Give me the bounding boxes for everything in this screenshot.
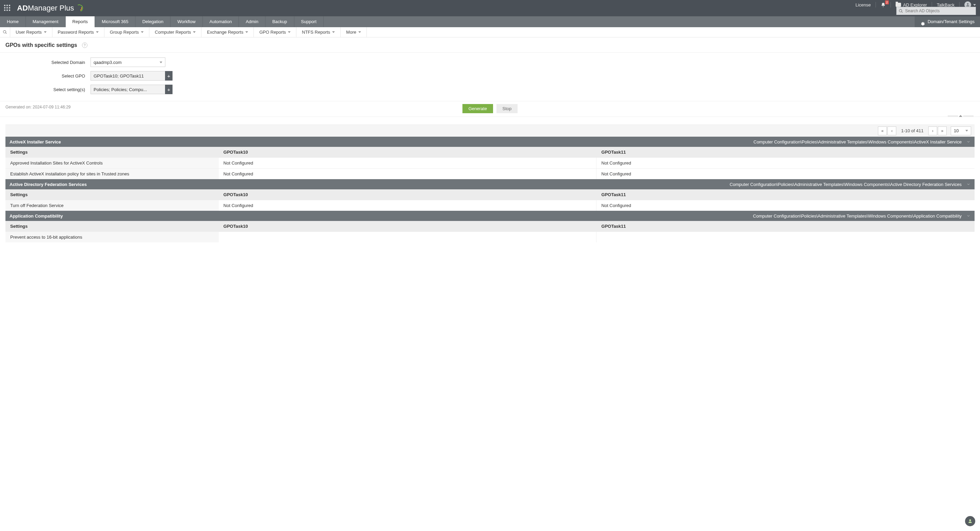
main-nav-tab-backup[interactable]: Backup bbox=[266, 16, 294, 27]
page-size-value: 10 bbox=[954, 128, 959, 133]
subnav-item-group-reports[interactable]: Group Reports bbox=[105, 27, 150, 37]
notification-badge: 2 bbox=[885, 0, 889, 5]
main-nav-tab-admin[interactable]: Admin bbox=[239, 16, 266, 27]
generate-button[interactable]: Generate bbox=[463, 104, 493, 113]
license-link[interactable]: License bbox=[856, 2, 871, 8]
subnav-item-computer-reports[interactable]: Computer Reports bbox=[150, 27, 202, 37]
brand-logo: ADManager Plus bbox=[17, 4, 83, 13]
add-gpo-button[interactable]: + bbox=[165, 71, 172, 81]
subnav-item-password-reports[interactable]: Password Reports bbox=[52, 27, 105, 37]
table-row: Approved Installation Sites for ActiveX … bbox=[5, 157, 975, 168]
selected-domain-select[interactable]: qaadmp3.com bbox=[91, 57, 165, 67]
setting-name-cell: Approved Installation Sites for ActiveX … bbox=[5, 158, 219, 168]
pagination-bar: « ‹ 1-10 of 411 › » 10 bbox=[5, 124, 975, 137]
main-nav-tab-microsoft-365[interactable]: Microsoft 365 bbox=[95, 16, 135, 27]
reports-subnav: User ReportsPassword ReportsGroup Report… bbox=[0, 27, 980, 37]
page-size-select[interactable]: 10 bbox=[951, 127, 971, 135]
global-search-input[interactable] bbox=[905, 8, 974, 13]
select-settings-value: Policies; Policies; Compu... bbox=[94, 87, 147, 92]
subnav-item-ntfs-reports[interactable]: NTFS Reports bbox=[296, 27, 340, 37]
subnav-item-exchange-reports[interactable]: Exchange Reports bbox=[202, 27, 254, 37]
col-gpo-b-header: GPOTask11 bbox=[597, 147, 975, 157]
pager-last-button[interactable]: » bbox=[938, 127, 947, 135]
main-nav-tab-reports[interactable]: Reports bbox=[66, 16, 95, 27]
table-row: Turn off Federation ServiceNot Configure… bbox=[5, 200, 975, 211]
caret-down-icon bbox=[245, 31, 248, 33]
subnav-item-label: NTFS Reports bbox=[302, 30, 330, 35]
gpo-a-value-cell bbox=[219, 232, 597, 243]
add-settings-button[interactable]: + bbox=[165, 85, 172, 94]
caret-down-icon bbox=[288, 31, 291, 33]
main-nav-tab-delegation[interactable]: Delegation bbox=[135, 16, 170, 27]
main-nav-tab-support[interactable]: Support bbox=[294, 16, 324, 27]
generated-on: Generated on: 2024-07-09 11:46:29 bbox=[5, 105, 71, 109]
brand-text-b: Manager bbox=[28, 4, 57, 12]
gpo-a-value-cell: Not Configured bbox=[219, 158, 597, 168]
subnav-item-gpo-reports[interactable]: GPO Reports bbox=[254, 27, 296, 37]
section-column-header: SettingsGPOTask10GPOTask11 bbox=[5, 189, 975, 200]
brand-text-a: AD bbox=[17, 4, 28, 12]
selected-domain-label: Selected Domain bbox=[5, 60, 91, 65]
main-nav-tab-workflow[interactable]: Workflow bbox=[170, 16, 202, 27]
subnav-item-more[interactable]: More bbox=[340, 27, 367, 37]
main-nav-tab-management[interactable]: Management bbox=[26, 16, 66, 27]
select-settings-input[interactable]: Policies; Policies; Compu... bbox=[91, 85, 165, 94]
col-settings-header: Settings bbox=[5, 221, 219, 231]
drag-lines-icon bbox=[948, 115, 958, 117]
section-header[interactable]: Active Directory Federation ServicesComp… bbox=[5, 179, 975, 189]
select-gpo-value: GPOTask10; GPOTask11 bbox=[94, 73, 143, 79]
stop-button[interactable]: Stop bbox=[496, 104, 518, 113]
caret-down-icon bbox=[966, 130, 968, 132]
chevron-down-icon bbox=[966, 182, 970, 186]
setting-name-cell: Turn off Federation Service bbox=[5, 200, 219, 211]
table-row: Prevent access to 16-bit applications bbox=[5, 231, 975, 243]
folder-icon bbox=[896, 3, 901, 7]
pager-prev-button[interactable]: ‹ bbox=[888, 127, 896, 135]
select-gpo-input[interactable]: GPOTask10; GPOTask11 bbox=[91, 71, 165, 81]
gpo-b-value-cell: Not Configured bbox=[597, 169, 975, 179]
generated-on-value: 2024-07-09 11:46:29 bbox=[33, 105, 70, 109]
subnav-item-label: Group Reports bbox=[110, 30, 139, 35]
section-column-header: SettingsGPOTask10GPOTask11 bbox=[5, 221, 975, 231]
gpo-a-value-cell: Not Configured bbox=[219, 169, 597, 179]
subnav-item-user-reports[interactable]: User Reports bbox=[10, 27, 52, 37]
help-icon[interactable]: ? bbox=[82, 43, 88, 48]
col-gpo-a-header: GPOTask10 bbox=[219, 189, 597, 200]
subnav-item-label: More bbox=[346, 30, 356, 35]
global-search[interactable] bbox=[896, 7, 976, 15]
select-gpo-label: Select GPO bbox=[5, 73, 91, 79]
page-header: GPOs with specific settings ? bbox=[0, 37, 980, 53]
notifications-icon[interactable]: 2 bbox=[881, 2, 886, 8]
top-bar: ADManager Plus License 2 AD Explorer Tal… bbox=[0, 0, 980, 16]
col-settings-header: Settings bbox=[5, 189, 219, 200]
section-path-wrap: Computer Configuration\Policies\Administ… bbox=[753, 139, 970, 144]
col-gpo-b-header: GPOTask11 bbox=[597, 189, 975, 200]
table-row: Establish ActiveX installation policy fo… bbox=[5, 168, 975, 179]
caret-down-icon bbox=[141, 31, 143, 33]
section-header[interactable]: ActiveX Installer ServiceComputer Config… bbox=[5, 137, 975, 147]
domain-tenant-settings-label: Domain/Tenant Settings bbox=[928, 16, 975, 27]
main-nav-tab-automation[interactable]: Automation bbox=[203, 16, 239, 27]
gpo-b-value-cell: Not Configured bbox=[597, 158, 975, 168]
page-title: GPOs with specific settings bbox=[5, 42, 77, 48]
search-icon bbox=[899, 9, 903, 13]
domain-tenant-settings-button[interactable]: Domain/Tenant Settings bbox=[915, 16, 980, 27]
subnav-item-label: GPO Reports bbox=[259, 30, 286, 35]
selected-domain-row: Selected Domain qaadmp3.com bbox=[5, 57, 975, 67]
gpo-b-value-cell bbox=[597, 232, 975, 243]
pager-first-button[interactable]: « bbox=[878, 127, 887, 135]
subnav-search-icon[interactable] bbox=[0, 27, 10, 37]
main-nav-tab-home[interactable]: Home bbox=[0, 16, 26, 27]
chevron-down-icon bbox=[966, 140, 970, 144]
section-title: ActiveX Installer Service bbox=[10, 139, 61, 144]
section-header[interactable]: Application CompatibilityComputer Config… bbox=[5, 211, 975, 221]
section-path: Computer Configuration\Policies\Administ… bbox=[730, 182, 962, 187]
caret-down-icon bbox=[44, 31, 47, 33]
col-settings-header: Settings bbox=[5, 147, 219, 157]
collapse-handle[interactable] bbox=[948, 115, 973, 117]
subnav-item-label: Password Reports bbox=[58, 30, 94, 35]
pager-next-button[interactable]: › bbox=[928, 127, 937, 135]
col-gpo-a-header: GPOTask10 bbox=[219, 147, 597, 157]
select-settings-label: Select setting(s) bbox=[5, 87, 91, 92]
app-launcher-icon[interactable] bbox=[4, 5, 11, 11]
